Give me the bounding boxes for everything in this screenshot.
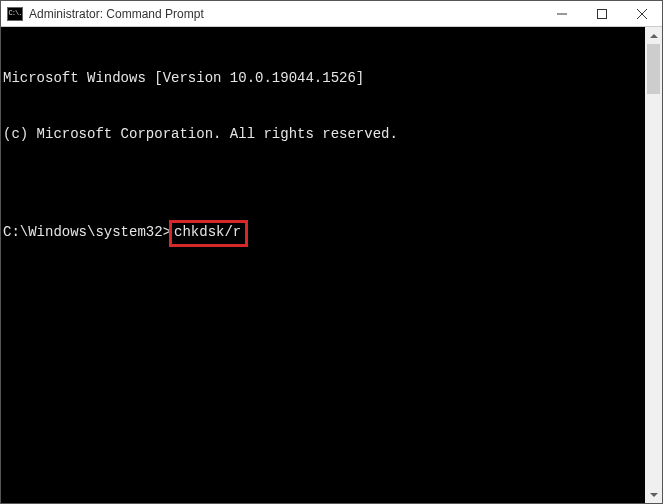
chevron-up-icon — [650, 34, 658, 38]
window-titlebar: C:\. Administrator: Command Prompt — [1, 1, 662, 27]
version-line: Microsoft Windows [Version 10.0.19044.15… — [3, 69, 643, 88]
chevron-down-icon — [650, 493, 658, 497]
minimize-button[interactable] — [542, 1, 582, 26]
scroll-thumb[interactable] — [647, 44, 660, 94]
prompt-line: C:\Windows\system32>chkdsk/r — [3, 220, 643, 247]
cmd-icon-text: C:\. — [9, 10, 22, 17]
svg-marker-5 — [650, 493, 658, 497]
command-text: chkdsk/r — [174, 224, 241, 240]
copyright-line: (c) Microsoft Corporation. All rights re… — [3, 125, 643, 144]
svg-rect-1 — [598, 9, 607, 18]
command-highlight: chkdsk/r — [169, 220, 248, 247]
prompt-path: C:\Windows\system32> — [3, 223, 171, 242]
maximize-icon — [597, 9, 607, 19]
vertical-scrollbar[interactable] — [645, 27, 662, 503]
minimize-icon — [557, 9, 567, 19]
close-button[interactable] — [622, 1, 662, 26]
cmd-icon: C:\. — [7, 7, 23, 21]
svg-marker-4 — [650, 34, 658, 38]
terminal-wrapper: Microsoft Windows [Version 10.0.19044.15… — [1, 27, 662, 503]
window-title: Administrator: Command Prompt — [29, 7, 542, 21]
scroll-up-button[interactable] — [645, 27, 662, 44]
scroll-down-button[interactable] — [645, 486, 662, 503]
close-icon — [637, 9, 647, 19]
maximize-button[interactable] — [582, 1, 622, 26]
terminal-output[interactable]: Microsoft Windows [Version 10.0.19044.15… — [1, 27, 645, 503]
window-controls — [542, 1, 662, 26]
scroll-track[interactable] — [645, 44, 662, 486]
